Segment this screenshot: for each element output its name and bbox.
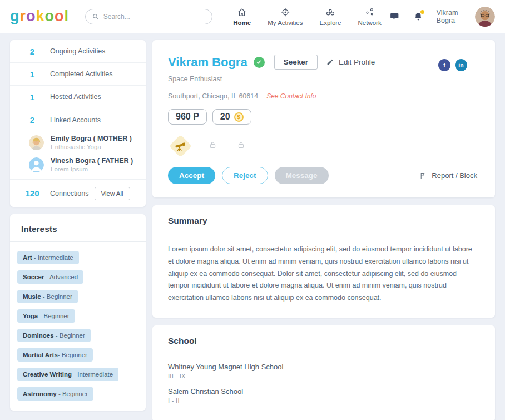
connections-label: Connections [50,190,89,197]
nav-item-network[interactable]: Network [350,7,390,26]
verified-icon [254,57,265,68]
profile-location: Southport, Chicago, IL 60614 [168,92,258,100]
nav-item-explore[interactable]: Explore [311,7,350,26]
interest-chip: Yoga - Beginner [17,309,75,323]
school-card: School Whitney Young Magnet High School … [152,325,495,420]
stat-ongoing-activities[interactable]: 2 Ongoing Activities [10,40,146,63]
achievements-row [168,136,479,156]
father-avatar [29,157,44,172]
social-icons: f in [438,59,467,71]
stat-label: Hosted Activities [50,93,101,101]
reject-button[interactable]: Reject [222,167,268,184]
school-grades: III - IX [168,373,479,379]
points-badge: 960 P [168,109,207,125]
nav-label: Network [358,19,382,26]
interests-card: Interests Art - Intermediate Soccer - Ad… [10,214,146,411]
facebook-icon[interactable]: f [438,59,450,71]
see-contact-info-link[interactable]: See Contact Info [266,92,316,100]
search-box[interactable] [85,9,213,24]
target-icon [280,7,290,17]
stat-label: Linked Accounts [50,116,101,124]
school-item: Whitney Young Magnet High School III - I… [168,363,479,379]
school-name: Whitney Young Magnet High School [168,363,479,371]
interests-title: Interests [10,214,146,242]
brand-letter: o [45,8,55,24]
brand-letter: o [26,8,36,24]
interest-chip: Dominoes - Beginner [17,329,91,342]
report-block-label: Report / Block [432,171,477,180]
view-all-connections-button[interactable]: View All [95,187,130,200]
locked-achievement-icon [209,141,217,151]
school-name: Salem Christian School [168,387,479,396]
stat-label: Ongoing Activities [50,47,105,55]
linked-account-text: Vinesh Bogra ( FATHER ) Lorem Ipsum [51,157,133,172]
stat-completed-activities[interactable]: 1 Completed Activities [10,63,146,86]
accept-button[interactable]: Accept [168,167,215,184]
summary-title: Summary [152,205,495,234]
nav-item-my-activities[interactable]: My Activities [259,7,311,26]
primary-nav: Home My Activities Explore Network [225,7,389,26]
linked-account-father[interactable]: Vinesh Bogra ( FATHER ) Lorem Ipsum [10,154,146,176]
interest-chip: Martial Arts- Beginner [17,348,93,362]
school-title: School [152,325,495,354]
messages-icon[interactable] [390,12,400,22]
brand-letter: o [55,8,65,24]
locked-achievement-icon [237,141,245,151]
nav-label: My Activities [268,19,303,26]
profile-tagline: Space Enthusiast [168,75,479,83]
network-dots-icon [365,7,375,17]
account-subtitle: Lorem Ipsum [51,166,133,172]
main-column: f in Vikram Bogra Seeker Edit Profile Sp… [152,40,495,420]
navbar-user-name[interactable]: Vikram Bogra [437,9,462,24]
summary-body: Lorem ipsum dolor sit amet, consectetur … [152,234,495,318]
report-block-button[interactable]: Report / Block [419,171,479,180]
school-grades: I - II [168,397,479,404]
activity-stats-card: 2 Ongoing Activities 1 Completed Activit… [10,40,146,207]
flag-icon [419,172,427,180]
brand-letter: l [65,8,70,24]
profile-name: Vikram Bogra [168,55,247,70]
profile-actions-row: Accept Reject Message Report / Block [168,167,479,184]
navbar-right: Vikram Bogra [390,7,495,27]
search-input[interactable] [103,13,206,21]
seeker-badge: Seeker [274,55,318,70]
school-item: Salem Christian School I - II [168,387,479,404]
stat-value: 1 [20,92,44,102]
mother-avatar [29,135,44,150]
brand-letter: k [36,8,45,24]
binoculars-icon [325,7,335,17]
location-row: Southport, Chicago, IL 60614 See Contact… [168,92,479,100]
stat-value: 2 [20,115,44,125]
telescope-icon [174,139,187,152]
linked-account-mother[interactable]: Emily Bogra ( MOTHER ) Enthusiastic Yoga [10,131,146,154]
user-avatar[interactable] [475,7,495,27]
nav-item-home[interactable]: Home [225,7,259,26]
top-navbar: grokool Home My Activities Explore [0,0,505,33]
brand-letter: r [20,8,27,24]
stat-value: 2 [20,47,44,56]
brand-logo[interactable]: grokool [10,8,77,25]
stat-hosted-activities[interactable]: 1 Hosted Activities [10,86,146,108]
coin-icon: $ [234,112,244,122]
connections-row: 120 Connections View All [10,179,146,207]
interest-chips: Art - Intermediate Soccer - Advanced Mus… [10,242,146,411]
profile-card: f in Vikram Bogra Seeker Edit Profile Sp… [152,40,495,197]
interest-chip: Art - Intermediate [17,251,79,264]
home-icon [237,7,247,17]
stat-linked-accounts[interactable]: 2 Linked Accounts [10,108,146,131]
summary-card: Summary Lorem ipsum dolor sit amet, cons… [152,205,495,318]
brand-letter: g [10,8,20,24]
school-list: Whitney Young Magnet High School III - I… [152,354,495,420]
edit-profile-button[interactable]: Edit Profile [326,58,375,66]
account-subtitle: Enthusiastic Yoga [51,144,132,150]
linkedin-icon[interactable]: in [455,59,467,71]
notifications-bell-icon[interactable] [413,12,423,22]
coins-value: 20 [220,112,230,122]
coins-badge: 20 $ [212,109,251,125]
left-sidebar: 2 Ongoing Activities 1 Completed Activit… [10,40,146,411]
interest-chip: Soccer - Advanced [17,270,83,284]
message-button[interactable]: Message [275,167,329,184]
interest-chip: Music - Beginner [17,290,78,303]
notification-badge [420,10,424,14]
linked-account-text: Emily Bogra ( MOTHER ) Enthusiastic Yoga [51,135,132,150]
